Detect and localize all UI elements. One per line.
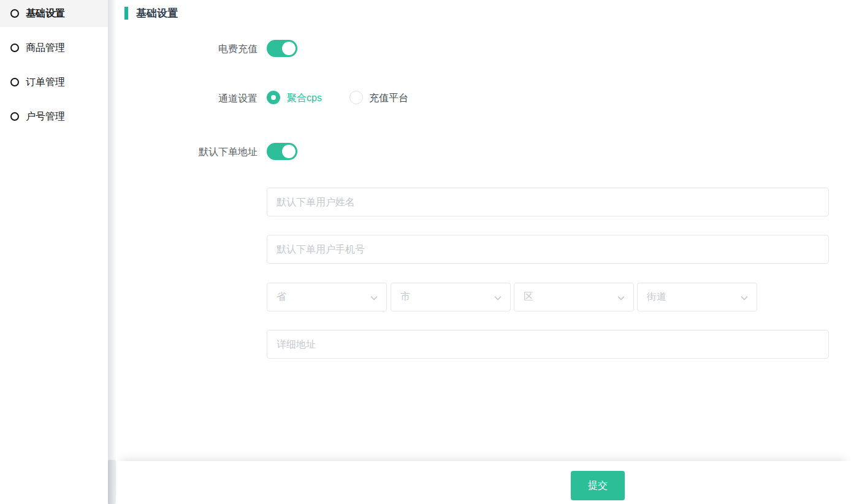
chevron-down-icon: [370, 294, 378, 305]
default-address-toggle[interactable]: [267, 143, 297, 160]
sidebar-item-label: 基础设置: [26, 7, 65, 20]
electric-recharge-label: 电费充值: [159, 43, 258, 56]
default-user-phone-input[interactable]: [267, 235, 829, 264]
channel-settings-label: 通道设置: [159, 93, 258, 105]
sidebar-item-product-management[interactable]: 商品管理: [0, 34, 110, 61]
default-address-label: 默认下单地址: [159, 146, 258, 159]
sidebar-item-label: 商品管理: [26, 42, 65, 55]
circle-icon: [10, 112, 19, 121]
province-select-placeholder: 省: [277, 291, 286, 304]
street-select[interactable]: 街道: [637, 283, 757, 311]
city-select[interactable]: 市: [391, 283, 511, 311]
chevron-down-icon: [617, 294, 625, 305]
chevron-down-icon: [740, 294, 749, 305]
page-title: 基础设置: [136, 6, 178, 20]
sidebar-item-basic-settings[interactable]: 基础设置: [0, 0, 110, 27]
radio-recharge-platform[interactable]: [349, 91, 363, 104]
circle-icon: [10, 44, 19, 52]
province-select[interactable]: 省: [267, 283, 387, 311]
radio-dot: [271, 95, 276, 100]
chevron-down-icon: [494, 294, 502, 305]
scrollbar-track[interactable]: [108, 0, 116, 504]
radio-recharge-platform-label[interactable]: 充值平台: [369, 92, 408, 105]
city-select-placeholder: 市: [400, 291, 410, 304]
footer-bar: [116, 461, 851, 504]
sidebar-item-label: 户号管理: [26, 110, 65, 123]
title-accent-bar: [124, 7, 128, 20]
electric-recharge-toggle[interactable]: [267, 40, 297, 57]
detail-address-input[interactable]: [267, 330, 829, 359]
scrollbar-thumb[interactable]: [108, 460, 116, 504]
submit-button[interactable]: 提交: [571, 471, 625, 500]
district-select-placeholder: 区: [524, 291, 533, 304]
circle-icon: [10, 9, 19, 18]
toggle-knob: [282, 145, 296, 158]
circle-icon: [10, 78, 19, 86]
default-user-name-input[interactable]: [267, 188, 829, 216]
page: 基础设置 商品管理 订单管理 户号管理 基础设置 电费充值 通道设置 聚合cps…: [0, 0, 851, 504]
district-select[interactable]: 区: [514, 283, 634, 311]
street-select-placeholder: 街道: [647, 291, 666, 304]
radio-juhe-cps-label[interactable]: 聚合cps: [287, 92, 322, 105]
sidebar: 基础设置 商品管理 订单管理 户号管理: [0, 0, 110, 504]
sidebar-item-order-management[interactable]: 订单管理: [0, 69, 110, 96]
sidebar-item-account-management[interactable]: 户号管理: [0, 103, 110, 130]
sidebar-item-label: 订单管理: [26, 76, 65, 89]
toggle-knob: [282, 42, 296, 55]
radio-juhe-cps[interactable]: [267, 91, 280, 104]
